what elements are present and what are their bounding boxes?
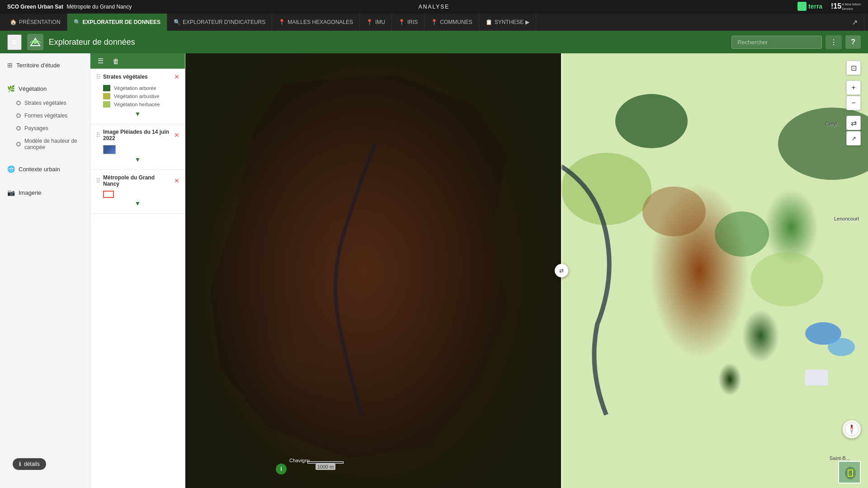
- overview-map[interactable]: [838, 461, 861, 483]
- legend-layer-header-metropole: ⠿ Métropole du Grand Nancy ✕: [96, 174, 179, 187]
- legend-layer-header-pleiades: ⠿ Image Pléiades du 14 juin 2022 ✕: [96, 129, 179, 141]
- sidebar-item-paysages[interactable]: Paysages: [0, 122, 90, 135]
- sidebar-item-strates[interactable]: Strates végétales: [0, 97, 90, 109]
- legend-layer-pleiades: ⠿ Image Pléiades du 14 juin 2022 ✕ ▼: [90, 124, 185, 170]
- sidebar-section-imagerie: 📷 Imagerie: [0, 181, 90, 204]
- app-title: SCO Green Urban Sat Métropole du Grand N…: [7, 4, 132, 10]
- split-icon: ⇄: [851, 119, 857, 127]
- drag-handle-pleiades[interactable]: ⠿: [96, 131, 100, 139]
- zoom-to-extent-button[interactable]: ⊡: [846, 61, 861, 75]
- info-circle-icon: ℹ: [19, 461, 21, 467]
- plus-icon: +: [851, 84, 855, 92]
- help-button[interactable]: ?: [845, 35, 861, 49]
- vegetation-icon: 🌿: [7, 85, 15, 92]
- nav-explorateur-indicateurs[interactable]: 🔍 EXPLORATEUR D'INDICATEURS: [167, 14, 272, 31]
- list-icon: ☰: [98, 57, 104, 65]
- legend-layer-header-strates: ⠿ Strates végétales ✕: [96, 73, 179, 80]
- nav-bar: 🏠 PRÉSENTATION 🔍 EXPLORATEUR DE DONNEES …: [0, 14, 868, 31]
- legend-item-arboree: Végétation arborée: [96, 84, 179, 92]
- legend-expand-metropole[interactable]: ▼: [96, 198, 179, 209]
- map-area[interactable]: Ceryl... Lenoncourt Saint-B... Chavigny …: [185, 53, 868, 488]
- svg-text:N: N: [850, 424, 853, 427]
- sidebar: ⊞ Territoire d'étude 🌿 Végétation Strate…: [0, 53, 90, 488]
- sidebar-item-modele[interactable]: Modèle de hauteur de canopée: [0, 135, 90, 154]
- legend-list-button[interactable]: ☰: [95, 56, 106, 66]
- sidebar-header-territoire[interactable]: ⊞ Territoire d'étude: [0, 57, 90, 73]
- svg-text:A New Information: A New Information: [842, 3, 861, 6]
- legend-layer-strates: ⠿ Strates végétales ✕ Végétation arborée…: [90, 69, 185, 124]
- terra15-logo: terra !15 A New Information Service: [797, 1, 861, 13]
- drag-handle-metropole[interactable]: ⠿: [96, 177, 100, 184]
- legend-item-arbustive: Végétation arbustive: [96, 92, 179, 100]
- split-handle[interactable]: ⇄: [555, 264, 568, 277]
- synthese-icon: 📋: [486, 19, 492, 25]
- sidebar-section-vegetation: 🌿 Végétation Strates végétales Formes vé…: [0, 77, 90, 157]
- close-layer-metropole[interactable]: ✕: [174, 177, 179, 184]
- legend-layer-metropole: ⠿ Métropole du Grand Nancy ✕ ▼: [90, 170, 185, 214]
- search-container: ⋮ ?: [731, 35, 861, 49]
- sidebar-section-territoire: ⊞ Territoire d'étude: [0, 53, 90, 77]
- radio-formes: [16, 113, 21, 118]
- sidebar-header-contexte[interactable]: 🌐 Contexte urbain: [0, 161, 90, 177]
- nav-iris[interactable]: 📍 IRIS: [392, 14, 425, 31]
- zoom-extent-icon: ⊡: [851, 64, 857, 72]
- nav-communes[interactable]: 📍 COMMUNES: [425, 14, 479, 31]
- search-input[interactable]: [731, 36, 822, 49]
- details-button[interactable]: ℹ détails: [13, 458, 46, 470]
- minus-icon: −: [851, 99, 855, 107]
- nav-explorateur-donnees[interactable]: 🔍 EXPLORATEUR DE DONNEES: [67, 14, 167, 31]
- sidebar-header-vegetation[interactable]: 🌿 Végétation: [0, 80, 90, 97]
- compass[interactable]: N: [843, 420, 861, 438]
- share-icon: ↗: [851, 135, 856, 142]
- map-info-marker[interactable]: i: [276, 464, 287, 474]
- trash-icon: 🗑: [113, 57, 119, 65]
- pleiades-swatch: [103, 145, 116, 154]
- nav-export[interactable]: ↗: [845, 14, 864, 31]
- export-icon: ↗: [852, 18, 858, 27]
- svg-point-21: [845, 467, 856, 479]
- sidebar-header-imagerie[interactable]: 📷 Imagerie: [0, 184, 90, 201]
- map-controls: ⊡ + − ⇄ ↗: [846, 61, 861, 145]
- split-view-button[interactable]: ⇄: [846, 116, 861, 130]
- app-title-bar: Explorateur de données: [49, 38, 726, 47]
- nav-imu[interactable]: 📍 IMU: [360, 14, 392, 31]
- close-layer-pleiades[interactable]: ✕: [174, 131, 179, 139]
- hamburger-menu-button[interactable]: ≡: [7, 34, 22, 50]
- nav-mailles-hexagonales[interactable]: 📍 MAILLES HEXAGONALES: [272, 14, 360, 31]
- map-background: Ceryl... Lenoncourt Saint-B... Chavigny …: [185, 53, 868, 488]
- legend-expand-strates[interactable]: ▼: [96, 108, 179, 119]
- svg-text:terra: terra: [808, 3, 822, 10]
- nav-presentation[interactable]: 🏠 PRÉSENTATION: [4, 14, 67, 31]
- legend-delete-button[interactable]: 🗑: [110, 56, 122, 66]
- iris-icon: 📍: [398, 19, 405, 25]
- nav-synthese[interactable]: 📋 SYNTHESE ▶: [479, 14, 536, 31]
- home-icon: 🏠: [10, 19, 17, 25]
- legend-panel: ☰ 🗑 ⠿ Strates végétales ✕ Végétation arb…: [90, 53, 185, 488]
- map-classification: Ceryl... Lenoncourt Saint-B...: [561, 53, 868, 488]
- map-satellite: [185, 53, 561, 488]
- sidebar-item-formes[interactable]: Formes végétales: [0, 109, 90, 122]
- radio-strates: [16, 101, 21, 105]
- contexte-icon: 🌐: [7, 165, 15, 173]
- svg-text:Service: Service: [842, 7, 853, 10]
- drag-handle-strates[interactable]: ⠿: [96, 73, 100, 80]
- legend-item-herbacee: Végétation herbacée: [96, 100, 179, 108]
- communes-icon: 📍: [431, 19, 438, 25]
- scale-bar-container: 1000 m: [307, 461, 344, 470]
- imagerie-icon: 📷: [7, 189, 15, 196]
- color-arboree: [103, 85, 110, 91]
- metropole-swatch: [103, 191, 114, 198]
- close-layer-strates[interactable]: ✕: [174, 73, 179, 80]
- legend-expand-pleiades[interactable]: ▼: [96, 154, 179, 165]
- app-bar: ≡ Explorateur de données ⋮ ?: [0, 31, 868, 53]
- share-button[interactable]: ↗: [846, 131, 861, 145]
- color-arbustive: [103, 93, 110, 99]
- hex-icon: 📍: [278, 19, 285, 25]
- zoom-in-button[interactable]: +: [846, 80, 861, 95]
- split-divider[interactable]: ⇄: [561, 53, 562, 488]
- search-more-button[interactable]: ⋮: [826, 35, 842, 49]
- app-logo: [27, 34, 43, 50]
- svg-text:!15: !15: [831, 2, 841, 10]
- top-bar: SCO Green Urban Sat Métropole du Grand N…: [0, 0, 868, 14]
- zoom-out-button[interactable]: −: [846, 96, 861, 110]
